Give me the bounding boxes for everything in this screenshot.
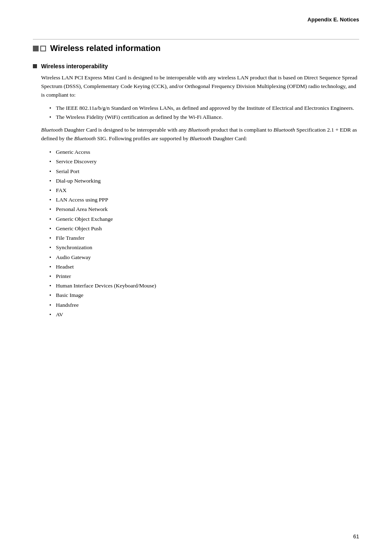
appendix-header: Appendix E. Notices xyxy=(33,16,359,23)
page-number: 61 xyxy=(353,533,359,540)
profile-item-10: Synchronization xyxy=(49,243,359,252)
profile-item-7: Generic Object Exchange xyxy=(49,214,359,224)
wifi-bullet-2: The Wireless Fidelity (WiFi) certificati… xyxy=(49,113,359,122)
wifi-bullet-1: The IEEE 802.11a/b/g/n Standard on Wirel… xyxy=(49,104,359,113)
profile-item-13: Printer xyxy=(49,271,359,281)
filled-square-icon xyxy=(33,46,39,51)
profile-item-15: Basic Image xyxy=(49,290,359,300)
profile-item-1: Service Discovery xyxy=(49,157,359,166)
section-title: Wireless related information xyxy=(50,44,161,53)
profile-item-2: Serial Port xyxy=(49,167,359,176)
profile-item-5: LAN Access using PPP xyxy=(49,195,359,204)
paragraph2-part4: product that is compliant to xyxy=(210,127,273,133)
profile-item-6: Personal Area Network xyxy=(49,204,359,214)
profile-item-0: Generic Access xyxy=(49,147,359,157)
paragraph2-part10: Daughter Card: xyxy=(211,135,247,141)
section-header: Wireless related information xyxy=(33,39,359,53)
subsection-bullet-icon xyxy=(33,64,37,68)
bluetooth-italic-5: Bluetooth xyxy=(190,135,212,141)
bluetooth-italic-4: Bluetooth xyxy=(74,135,96,141)
paragraph2-part8: SIG. Following profiles are supported by xyxy=(96,135,190,141)
outline-square-icon xyxy=(40,46,46,51)
profile-item-3: Dial-up Networking xyxy=(49,176,359,185)
bluetooth-italic-3: Bluetooth xyxy=(273,127,295,133)
wireless-interoperability-section: Wireless interoperability Wireless LAN P… xyxy=(33,63,359,319)
subsection-header: Wireless interoperability xyxy=(33,63,359,70)
profile-item-17: AV xyxy=(49,310,359,319)
wifi-bullets-list: The IEEE 802.11a/b/g/n Standard on Wirel… xyxy=(49,104,359,122)
subsection-title: Wireless interoperability xyxy=(41,63,108,70)
page: Appendix E. Notices Wireless related inf… xyxy=(0,0,392,556)
profile-item-11: Audio Gateway xyxy=(49,253,359,262)
bluetooth-italic-2: Bluetooth xyxy=(188,127,210,133)
profile-item-8: Generic Object Push xyxy=(49,224,359,233)
section-icons xyxy=(33,46,46,51)
profile-item-4: FAX xyxy=(49,185,359,195)
profile-item-9: File Transfer xyxy=(49,233,359,243)
bluetooth-italic-1: Bluetooth xyxy=(41,127,63,133)
bluetooth-profiles-list: Generic AccessService DiscoverySerial Po… xyxy=(49,147,359,319)
paragraph-1: Wireless LAN PCI Express Mini Card is de… xyxy=(41,74,359,100)
profile-item-16: Handsfree xyxy=(49,300,359,310)
profile-item-14: Human Interface Devices (Keyboard/Mouse) xyxy=(49,281,359,290)
appendix-label: Appendix E. Notices xyxy=(307,16,359,23)
paragraph2-part2: Daughter Card is designed to be interope… xyxy=(63,127,188,133)
paragraph-2: Bluetooth Daughter Card is designed to b… xyxy=(41,126,359,143)
profile-item-12: Headset xyxy=(49,262,359,271)
